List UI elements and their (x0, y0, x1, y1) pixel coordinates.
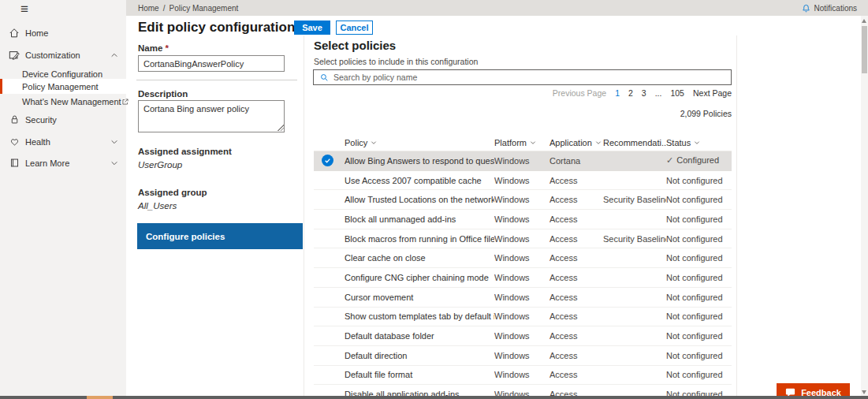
table-row[interactable]: Default direction Windows Access ✓Not co… (314, 346, 732, 366)
search-icon (320, 73, 329, 82)
status-cell: ✓Not configured (666, 370, 732, 379)
assigned-group-label: Assigned group (138, 188, 207, 197)
bell-icon (802, 4, 810, 13)
save-button[interactable]: Save (294, 21, 330, 35)
table-row[interactable]: Block macros from running in Office file… (314, 229, 732, 249)
policy-name-cell: Default file format (345, 370, 494, 379)
configure-policies-step[interactable]: Configure policies (137, 223, 303, 249)
vertical-scrollbar[interactable] (861, 16, 868, 399)
scroll-up-arrow-icon[interactable] (862, 19, 866, 23)
page-button-2[interactable]: 2 (628, 88, 633, 98)
recommendation-cell: Security Baseline (603, 195, 666, 204)
table-row[interactable]: Clear cache on close Windows Access ✓Not… (314, 248, 732, 268)
app-window: ≡ Home Customization Device Configuratio… (0, 0, 868, 399)
sidebar-item-customization[interactable]: Customization (0, 47, 126, 62)
horizontal-scrollbar-thumb[interactable] (87, 396, 113, 399)
table-row[interactable]: Block all unmanaged add-ins Windows Acce… (314, 210, 732, 229)
platform-cell: Windows (494, 273, 549, 282)
platform-cell: Windows (494, 195, 549, 204)
policy-name-cell: Cursor movement (345, 293, 494, 302)
selected-check-icon[interactable] (322, 155, 333, 166)
scroll-down-arrow-icon[interactable] (862, 390, 866, 394)
description-field[interactable]: Cortana Bing answer policy (138, 100, 285, 132)
application-cell: Access (549, 293, 603, 302)
application-cell: Access (549, 176, 603, 185)
cancel-button[interactable]: Cancel (336, 21, 373, 35)
table-row[interactable]: Default database folder Windows Access ✓… (314, 326, 732, 346)
table-header: Policy Platform Application Recommendati… (314, 134, 732, 151)
policy-search-box[interactable] (313, 69, 732, 85)
policy-name-cell: Default direction (345, 351, 494, 360)
column-header-application[interactable]: Application (549, 138, 603, 147)
next-page-button[interactable]: Next Page (693, 88, 732, 98)
table-row[interactable]: Allow Bing Answers to respond to questio… (314, 151, 732, 171)
application-cell: Access (549, 195, 603, 204)
status-cell: ✓Not configured (666, 214, 732, 224)
status-cell: ✓Not configured (666, 253, 732, 263)
chevron-up-icon (110, 51, 118, 59)
status-cell: ✓Not configured (666, 351, 732, 360)
table-row[interactable]: Cursor movement Windows Access ✓Not conf… (314, 288, 732, 308)
table-row[interactable]: Allow Trusted Locations on the network W… (314, 190, 732, 210)
platform-cell: Windows (494, 311, 549, 321)
chevron-down-icon (110, 138, 118, 146)
sidebar-item-label: What's New Management (22, 97, 121, 106)
form-divider (136, 80, 297, 80)
policy-name-cell: Clear cache on close (345, 253, 494, 263)
column-header-platform[interactable]: Platform (494, 138, 549, 147)
page-button-1[interactable]: 1 (615, 88, 620, 98)
status-cell: ✓Not configured (666, 234, 732, 244)
description-label: Description (138, 89, 188, 99)
breadcrumb-home[interactable]: Home (138, 4, 159, 13)
pagination: Previous Page 1 2 3 ... 105 Next Page (314, 88, 732, 98)
application-cell: Access (549, 351, 603, 360)
notifications-label: Notifications (814, 4, 857, 13)
sidebar-item-security[interactable]: Security (0, 112, 126, 127)
platform-cell: Windows (494, 293, 549, 302)
sidebar-item-home[interactable]: Home (0, 25, 126, 40)
name-label: Name * (138, 43, 169, 53)
platform-cell: Windows (494, 253, 549, 263)
recommendation-cell: Security Baseline (603, 234, 666, 244)
column-header-recommendation[interactable]: Recommendati... (603, 138, 666, 147)
home-icon (8, 28, 20, 39)
application-cell: Access (549, 253, 603, 263)
status-cell: ✓Configured (666, 155, 732, 166)
horizontal-scrollbar[interactable] (0, 396, 868, 399)
table-row[interactable]: Configure CNG cipher chaining mode Windo… (314, 268, 732, 288)
application-cell: Access (549, 273, 603, 282)
sidebar-item-policy-management[interactable]: Policy Management (0, 79, 126, 94)
platform-cell: Windows (494, 214, 549, 224)
table-row[interactable]: Default file format Windows Access ✓Not … (314, 366, 732, 386)
sidebar-item-learn-more[interactable]: Learn More (0, 155, 126, 170)
policy-name-cell: Allow Bing Answers to respond to questio… (345, 156, 494, 166)
sidebar-item-label: Security (25, 115, 57, 125)
status-cell: ✓Not configured (666, 273, 732, 282)
required-marker: * (166, 43, 169, 53)
column-header-policy[interactable]: Policy (345, 138, 494, 147)
previous-page-button[interactable]: Previous Page (553, 88, 606, 98)
application-cell: Access (549, 234, 603, 244)
scrollbar-thumb[interactable] (862, 26, 867, 73)
table-row[interactable]: Use Access 2007 compatible cache Windows… (314, 171, 732, 191)
notifications-button[interactable]: Notifications (802, 4, 857, 13)
search-input[interactable] (333, 73, 731, 82)
sidebar-item-label: Health (25, 137, 50, 147)
page-button-105[interactable]: 105 (670, 88, 684, 98)
page-ellipsis: ... (655, 88, 662, 98)
application-cell: Access (549, 370, 603, 379)
sidebar-item-health[interactable]: Health (0, 134, 126, 149)
hamburger-menu-icon[interactable]: ≡ (20, 2, 28, 17)
column-header-status[interactable]: Status (666, 138, 732, 147)
status-cell: ✓Not configured (666, 293, 732, 302)
name-field[interactable] (138, 55, 285, 72)
status-cell: ✓Not configured (666, 311, 732, 321)
sidebar-item-whats-new-management[interactable]: What's New Management (0, 94, 126, 109)
platform-cell: Windows (494, 331, 549, 341)
breadcrumb-policy-management[interactable]: Policy Management (169, 4, 238, 13)
breadcrumb-separator: / (163, 4, 166, 13)
table-row[interactable]: Show custom templates tab by default in … (314, 308, 732, 327)
page-button-3[interactable]: 3 (642, 88, 646, 98)
chevron-down-icon (371, 140, 377, 146)
policy-name-cell: Use Access 2007 compatible cache (345, 176, 494, 185)
